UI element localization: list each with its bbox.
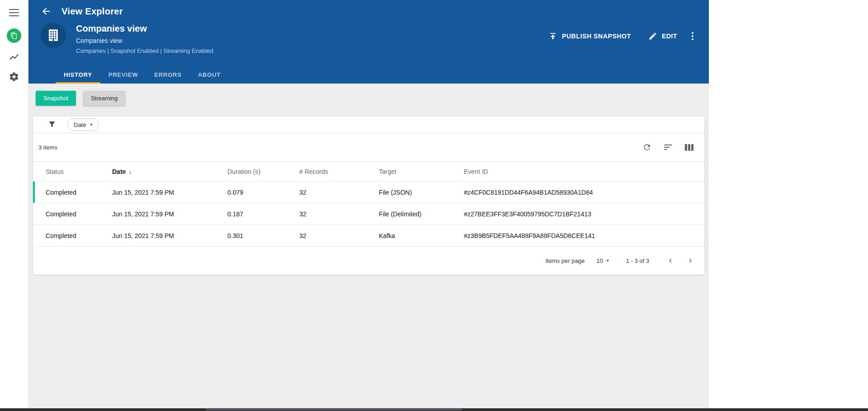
page-range: 1 - 3 of 3 bbox=[626, 257, 649, 264]
history-table: Status Date ↓ Duration (s) # Records Tar… bbox=[33, 161, 704, 247]
pagination-bar: Items per page 10 ▾ 1 - 3 of 3 bbox=[33, 247, 704, 275]
app-window: View Explorer Companies view Compani bbox=[28, 0, 709, 408]
publish-snapshot-label: PUBLISH SNAPSHOT bbox=[562, 33, 631, 40]
refresh-button[interactable] bbox=[642, 143, 651, 152]
per-page-select[interactable]: 10 ▾ bbox=[596, 257, 609, 265]
per-page-value: 10 bbox=[596, 257, 603, 264]
views-nav-item[interactable] bbox=[7, 28, 21, 43]
chevron-down-icon: ▾ bbox=[90, 122, 92, 127]
cell-target: File (Delimited) bbox=[379, 210, 464, 218]
column-header-event-id[interactable]: Event ID bbox=[464, 168, 704, 175]
next-page-button[interactable] bbox=[684, 254, 697, 267]
column-header-date[interactable]: Date ↓ bbox=[112, 168, 227, 175]
metrics-nav-item[interactable] bbox=[8, 51, 20, 63]
building-icon bbox=[46, 28, 61, 43]
taskbar-strip bbox=[0, 408, 868, 411]
columns-button[interactable] bbox=[685, 144, 693, 151]
cell-records: 32 bbox=[299, 189, 379, 196]
cell-event-id: #z3B9B5FDEF5AA488F9A88FDA5D6CEE141 bbox=[464, 232, 704, 239]
date-filter-label: Date bbox=[74, 121, 86, 128]
cell-date: Jun 15, 2021 7:59 PM bbox=[112, 210, 227, 218]
chevron-right-icon bbox=[686, 256, 694, 266]
sort-icon bbox=[664, 145, 672, 150]
entity-name: Companies view bbox=[76, 23, 213, 34]
history-content: Snapshot Streaming Date ▾ 3 items bbox=[28, 84, 709, 408]
chevron-left-icon bbox=[666, 256, 675, 266]
tab-preview[interactable]: PREVIEW bbox=[100, 66, 146, 84]
header-tabs: HISTORY PREVIEW ERRORS ABOUT bbox=[56, 66, 229, 84]
back-button[interactable] bbox=[41, 6, 52, 17]
table-row[interactable]: Completed Jun 15, 2021 7:59 PM 0.079 32 … bbox=[33, 182, 704, 203]
tab-errors[interactable]: ERRORS bbox=[146, 66, 189, 84]
items-per-page-label: Items per page bbox=[545, 257, 585, 264]
edit-label: EDIT bbox=[662, 33, 677, 40]
table-row[interactable]: Completed Jun 15, 2021 7:59 PM 0.187 32 … bbox=[33, 203, 704, 225]
tab-history[interactable]: HISTORY bbox=[56, 66, 100, 84]
date-filter-chip[interactable]: Date ▾ bbox=[67, 118, 99, 131]
menu-icon[interactable] bbox=[9, 9, 19, 16]
cell-event-id: #z27BEE3FF3E3F40059795DC7D1BF21413 bbox=[464, 210, 704, 218]
column-header-target[interactable]: Target bbox=[379, 168, 464, 175]
cell-duration: 0.301 bbox=[227, 232, 299, 239]
cell-records: 32 bbox=[299, 210, 379, 218]
cell-target: File (JSON) bbox=[379, 189, 464, 196]
app-sidebar bbox=[0, 0, 28, 408]
page-title: View Explorer bbox=[61, 6, 123, 17]
publish-snapshot-button[interactable]: PUBLISH SNAPSHOT bbox=[547, 29, 632, 43]
sort-desc-icon: ↓ bbox=[128, 168, 132, 175]
columns-icon bbox=[685, 144, 693, 151]
cell-date: Jun 15, 2021 7:59 PM bbox=[112, 232, 227, 239]
cell-date: Jun 15, 2021 7:59 PM bbox=[112, 189, 227, 196]
column-header-records[interactable]: # Records bbox=[299, 168, 379, 175]
cell-duration: 0.187 bbox=[227, 210, 299, 218]
app-header: View Explorer Companies view Compani bbox=[28, 0, 709, 84]
table-toolbar: 3 items bbox=[33, 133, 704, 161]
table-header-row: Status Date ↓ Duration (s) # Records Tar… bbox=[33, 161, 704, 182]
settings-nav-item[interactable] bbox=[8, 71, 20, 83]
more-menu-button[interactable] bbox=[690, 30, 695, 42]
copy-icon bbox=[10, 32, 18, 39]
entity-subtitle: Companies view bbox=[76, 37, 213, 44]
entity-avatar bbox=[41, 23, 66, 48]
arrow-left-icon bbox=[41, 6, 52, 17]
cell-event-id: #z4CF0C8191DD44F6A94B1AD58930A1D84 bbox=[464, 189, 704, 196]
pencil-icon bbox=[648, 32, 657, 41]
cell-status: Completed bbox=[46, 189, 112, 196]
gear-icon bbox=[9, 71, 19, 82]
entity-meta: Companies | Snapshot Enabled | Streaming… bbox=[76, 47, 213, 54]
table-row[interactable]: Completed Jun 15, 2021 7:59 PM 0.301 32 … bbox=[33, 225, 704, 247]
edit-button[interactable]: EDIT bbox=[647, 29, 678, 43]
snapshot-toggle[interactable]: Snapshot bbox=[36, 91, 76, 106]
column-header-status[interactable]: Status bbox=[46, 168, 112, 175]
sort-button[interactable] bbox=[664, 145, 672, 150]
streaming-toggle[interactable]: Streaming bbox=[83, 91, 125, 106]
cell-duration: 0.079 bbox=[227, 189, 299, 196]
cell-status: Completed bbox=[46, 232, 112, 239]
column-header-duration[interactable]: Duration (s) bbox=[227, 168, 299, 175]
publish-icon bbox=[548, 32, 557, 41]
filter-icon[interactable] bbox=[47, 120, 57, 129]
chart-icon bbox=[9, 51, 19, 62]
mode-toggle-group: Snapshot Streaming bbox=[28, 84, 709, 106]
cell-status: Completed bbox=[46, 210, 112, 218]
refresh-icon bbox=[642, 143, 651, 152]
items-count: 3 items bbox=[38, 144, 57, 151]
prev-page-button[interactable] bbox=[664, 254, 677, 267]
cell-target: Kafka bbox=[379, 232, 464, 239]
cell-records: 32 bbox=[299, 232, 379, 239]
history-card: Date ▾ 3 items bbox=[33, 117, 704, 275]
filter-bar: Date ▾ bbox=[33, 117, 704, 133]
tab-about[interactable]: ABOUT bbox=[190, 66, 229, 84]
chevron-down-icon: ▾ bbox=[607, 258, 609, 263]
